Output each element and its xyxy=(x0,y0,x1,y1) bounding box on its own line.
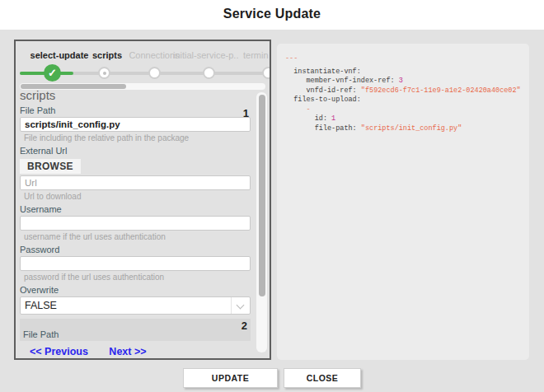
vertical-scrollbar-thumb[interactable] xyxy=(259,95,265,296)
step-circle-connections[interactable] xyxy=(148,67,161,79)
step-circle-terminate[interactable] xyxy=(262,67,271,79)
wizard-nav: << Previous Next >> xyxy=(30,346,251,357)
scripts-form: scripts 1 File Path File including the r… xyxy=(20,88,251,357)
step-circle-scripts[interactable] xyxy=(98,67,110,79)
file-path-input[interactable] xyxy=(20,117,251,132)
code-line: vnfd-id-ref: "f592ecd6-f7c1-11e9-a1e2-02… xyxy=(285,86,529,96)
username-helper: username if the url uses authentication xyxy=(24,233,251,241)
step-terminate[interactable]: termin xyxy=(243,50,271,61)
password-helper: password if the url uses authentication xyxy=(24,273,251,282)
chevron-down-icon[interactable] xyxy=(231,297,250,314)
previous-link[interactable]: << Previous xyxy=(30,346,88,357)
username-label: Username xyxy=(20,204,251,214)
step-circle-initial-service[interactable] xyxy=(203,67,215,79)
step-initial-service[interactable]: initial-service-p... xyxy=(173,50,239,61)
code-line: file-path: "scripts/init_config.py" xyxy=(285,124,529,134)
item-2-index: 2 xyxy=(242,320,247,332)
password-label: Password xyxy=(20,245,251,254)
next-link[interactable]: Next >> xyxy=(109,346,146,357)
username-input[interactable] xyxy=(20,216,251,231)
code-line: id: 1 xyxy=(285,114,529,124)
code-line: --- xyxy=(285,54,529,64)
external-url-label: External Url xyxy=(20,146,251,156)
step-select-update[interactable]: select-update xyxy=(26,50,92,61)
vertical-scrollbar[interactable] xyxy=(256,92,267,352)
active-step-dot xyxy=(103,72,106,75)
code-line: - xyxy=(285,105,529,115)
update-button[interactable]: UPDATE xyxy=(183,368,278,388)
browse-button[interactable]: BROWSE xyxy=(20,159,81,174)
page-title: Service Update xyxy=(0,7,544,21)
item-2-file-path-label: File Path xyxy=(23,329,59,339)
overwrite-label: Overwrite xyxy=(20,285,251,295)
file-path-label: File Path xyxy=(20,105,251,115)
password-input[interactable] xyxy=(20,256,251,271)
item-1-index: 1 xyxy=(243,107,249,119)
code-line: instantiate-vnf: xyxy=(285,68,529,77)
section-title: scripts xyxy=(20,88,251,102)
url-helper: Url to download xyxy=(24,193,251,201)
item-2-group: 2 File Path xyxy=(20,319,251,341)
check-icon[interactable]: ✓ xyxy=(44,64,61,82)
yaml-code: --- instantiate-vnf: member-vnf-index-re… xyxy=(277,44,529,133)
close-button[interactable]: CLOSE xyxy=(284,368,361,388)
wizard-panel: select-update scripts Connections initia… xyxy=(14,40,271,360)
code-line: files-to-upload: xyxy=(285,96,529,105)
code-line: member-vnf-index-ref: 3 xyxy=(285,77,529,86)
title-bar: Service Update xyxy=(0,0,544,30)
overwrite-select[interactable]: FALSE xyxy=(20,296,251,315)
file-path-helper: File including the relative path in the … xyxy=(24,134,251,142)
overwrite-selected-value: FALSE xyxy=(25,300,57,311)
url-input[interactable] xyxy=(20,175,251,190)
service-update-dialog: Service Update select-update scripts Con… xyxy=(0,0,544,392)
yaml-preview-panel: --- instantiate-vnf: member-vnf-index-re… xyxy=(277,44,529,360)
item-1-group: 1 File Path File including the relative … xyxy=(20,105,251,315)
